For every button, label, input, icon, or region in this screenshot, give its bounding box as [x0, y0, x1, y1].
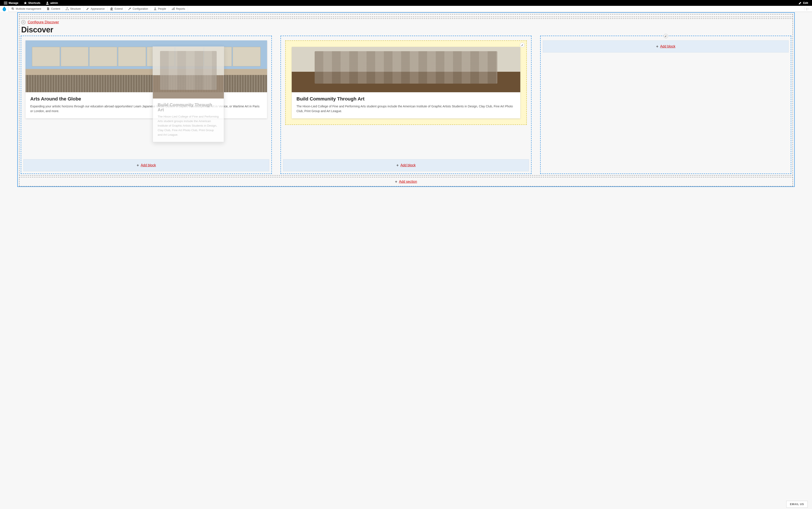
close-icon: ✕ — [22, 21, 25, 24]
plus-icon: + — [656, 44, 658, 49]
add-block-col-1[interactable]: + Add block — [23, 159, 269, 171]
region-col-2[interactable]: Build Community Through Art The Hixon-Li… — [280, 36, 532, 174]
admin-topbar: Manage Shortcuts admin Edit — [0, 0, 812, 6]
pencil-icon — [664, 35, 667, 37]
svg-rect-13 — [174, 7, 175, 10]
edit-region-button[interactable] — [663, 34, 668, 38]
add-section-label: Add section — [399, 180, 417, 184]
remove-section-button[interactable]: ✕ — [21, 20, 26, 25]
menu-multisite[interactable]: Multisite management — [9, 6, 44, 12]
edit-block-button[interactable] — [520, 42, 525, 47]
manage-toggle[interactable]: Manage — [2, 0, 21, 6]
svg-rect-12 — [173, 8, 174, 10]
card-body-text: Expanding your artistic horizons through… — [30, 104, 262, 113]
add-block-label: Add block — [141, 163, 156, 167]
block-dropzone-active[interactable]: Build Community Through Art The Hixon-Li… — [285, 40, 527, 125]
pencil-icon — [521, 44, 524, 46]
region-col-3[interactable]: + Add block — [540, 36, 791, 174]
svg-rect-0 — [4, 2, 7, 2]
people-icon — [154, 7, 157, 10]
card-title: Build Community Through Art — [296, 96, 516, 102]
svg-rect-9 — [68, 9, 69, 10]
collapse-icon: |← — [806, 7, 810, 10]
section-placeholder-top[interactable] — [19, 14, 793, 17]
card-arts-globe[interactable]: Arts Around the Globe Expanding your art… — [26, 40, 267, 118]
svg-rect-7 — [67, 7, 68, 8]
document-icon — [46, 7, 50, 10]
brush-icon — [86, 7, 89, 10]
svg-rect-6 — [12, 8, 14, 10]
svg-rect-11 — [172, 9, 173, 10]
puzzle-icon — [110, 7, 113, 10]
layout-builder-frame: ✕ Configure Discover Discover — [17, 12, 795, 187]
star-icon — [24, 1, 27, 5]
menu-appearance[interactable]: Appearance — [84, 6, 107, 12]
hierarchy-icon — [65, 7, 69, 10]
menu-structure[interactable]: Structure — [63, 6, 84, 12]
bars-icon — [171, 7, 175, 10]
svg-rect-1 — [4, 3, 7, 3]
configure-section-link[interactable]: Configure Discover — [28, 20, 59, 25]
menu-content[interactable]: Content — [44, 6, 63, 12]
stack-icon — [11, 7, 14, 10]
svg-rect-2 — [4, 4, 7, 4]
section-discover: ✕ Configure Discover Discover — [19, 19, 793, 176]
user-icon — [45, 1, 49, 5]
add-block-col-3[interactable]: + Add block — [543, 40, 789, 53]
svg-point-4 — [47, 2, 48, 3]
plus-icon: + — [396, 163, 399, 168]
hamburger-icon — [4, 1, 7, 5]
manage-label: Manage — [9, 1, 19, 4]
card-title: Arts Around the Globe — [30, 96, 262, 102]
svg-point-10 — [154, 7, 156, 9]
region-col-1[interactable]: Arts Around the Globe Expanding your art… — [21, 36, 272, 174]
collapse-toolbar[interactable]: |← — [804, 7, 812, 10]
add-block-col-2[interactable]: + Add block — [283, 159, 529, 171]
user-label: admin — [51, 1, 58, 4]
menu-configuration[interactable]: Configuration — [125, 6, 151, 12]
menu-people[interactable]: People — [151, 6, 169, 12]
add-section-button[interactable]: + Add section — [19, 177, 793, 186]
drupal-logo[interactable] — [0, 6, 9, 12]
user-link[interactable]: admin — [43, 0, 60, 6]
card-image — [292, 47, 520, 92]
menu-reports[interactable]: Reports — [169, 6, 188, 12]
edit-label: Edit — [803, 1, 808, 4]
card-build-community[interactable]: Build Community Through Art The Hixon-Li… — [292, 47, 520, 118]
plus-icon: + — [395, 179, 397, 184]
pencil-icon — [799, 1, 802, 5]
svg-marker-3 — [24, 1, 27, 4]
section-heading: Discover — [21, 25, 791, 36]
add-block-label: Add block — [401, 163, 416, 167]
wrench-icon — [128, 7, 131, 10]
shortcuts-link[interactable]: Shortcuts — [22, 0, 42, 6]
drupal-icon — [2, 6, 6, 11]
shortcuts-label: Shortcuts — [28, 1, 40, 4]
add-block-label: Add block — [660, 44, 675, 48]
card-image — [26, 40, 267, 92]
card-body-text: The Hixon-Lied College of Fine and Perfo… — [296, 104, 516, 113]
admin-menubar: Multisite management Content Structure A… — [0, 6, 812, 12]
edit-toggle[interactable]: Edit — [796, 0, 810, 6]
svg-rect-8 — [66, 9, 67, 10]
plus-icon: + — [137, 163, 139, 168]
menu-extend[interactable]: Extend — [107, 6, 125, 12]
